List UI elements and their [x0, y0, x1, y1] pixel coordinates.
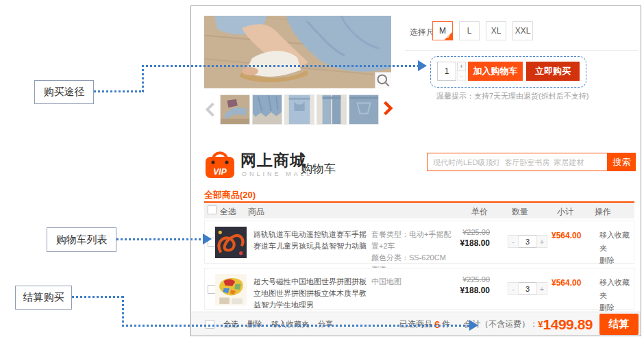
thumbnail-strip [220, 95, 379, 125]
thumbnail-2[interactable] [252, 95, 282, 125]
delete-link[interactable]: 删除 [599, 254, 634, 267]
size-option-xxl[interactable]: XXL [512, 21, 533, 40]
annotation-purchase-path: 购买途径 [34, 80, 94, 104]
cart-footer-bar: 全选 删除 移入收藏夹 分享 已选商品 6 件 合计（不含运费）： ¥ 1499… [191, 312, 641, 336]
col-unit-price: 单价 [471, 206, 488, 218]
divider [405, 50, 638, 51]
item-price: ¥225.00 ¥188.00 [446, 275, 490, 295]
buy-now-button[interactable]: 立即购买 [526, 62, 580, 81]
item-title[interactable]: 超大号磁性中国地图世界拼图拼板立地图世界拼图拼板立体木质早教益智力学生地理男 [253, 276, 369, 311]
cart-row-track-toy: 路轨轨道车电动遥控轨道赛车手摇赛道车儿童男孩玩具益智智力动脑 套餐类型：电动+手… [204, 221, 634, 264]
dotted-line [94, 90, 144, 92]
product-main-image [204, 16, 391, 88]
search-button[interactable]: 搜索 [608, 153, 636, 171]
chevron-left-icon[interactable] [205, 102, 216, 117]
current-price: ¥188.00 [446, 238, 490, 248]
row-quantity-stepper: - + [508, 235, 547, 248]
vip-bag-logo-icon: VIP [204, 147, 236, 179]
item-price: ¥225.00 ¥188.00 [446, 228, 490, 248]
cart-rows: 路轨轨道车电动遥控轨道赛车手摇赛道车儿童男孩玩具益智智力动脑 套餐类型：电动+手… [204, 221, 634, 314]
decrease-button[interactable]: - [508, 235, 519, 248]
row-quantity-input[interactable] [519, 235, 536, 248]
size-option-xl[interactable]: XL [486, 21, 506, 40]
shop-panel: 选择尺码: M ✓ L XL XXL + - 加入购物车 立即购买 温馨提示：支… [190, 5, 641, 336]
current-price: ¥188.00 [446, 286, 490, 295]
col-select-all: 全选 [220, 206, 236, 218]
total-amount: 1499.89 [543, 316, 593, 333]
dotted-line [122, 325, 470, 327]
item-subtotal: ¥564.00 [552, 278, 581, 288]
thumbnail-5[interactable] [349, 95, 379, 125]
thumbnail-3[interactable] [284, 95, 314, 125]
cart-row-china-map: 超大号磁性中国地图世界拼图拼板立地图世界拼图拼板立体木质早教益智力学生地理男 中… [204, 268, 634, 310]
mall-title: 网上商城 [240, 150, 306, 171]
vip-text: VIP [213, 167, 227, 177]
thumbnail-4[interactable] [317, 95, 347, 125]
selected-corner-icon: ✓ [444, 32, 453, 40]
size-option-m[interactable]: M ✓ [432, 21, 453, 40]
quantity-increase-button[interactable]: + [457, 62, 466, 71]
arrow-head-icon [469, 320, 478, 331]
dotted-line [142, 65, 419, 67]
annotation-checkout: 结算购买 [15, 286, 72, 310]
dotted-line [72, 296, 124, 298]
item-actions: 移入收藏夹 删除 [599, 276, 634, 314]
size-options: M ✓ L XL XXL [432, 21, 533, 40]
original-price: ¥225.00 [446, 228, 490, 236]
item-actions: 移入收藏夹 删除 [599, 229, 634, 267]
arrow-head-icon [418, 60, 427, 71]
quantity-decrease-button[interactable]: - [457, 71, 466, 81]
dotted-line [142, 65, 144, 92]
arrow-head-icon [203, 234, 212, 244]
col-action: 操作 [595, 206, 611, 218]
sandal-photo [204, 16, 391, 88]
thumbnail-1[interactable] [220, 95, 250, 125]
chevron-right-icon[interactable] [382, 101, 393, 116]
move-to-favorites-link[interactable]: 移入收藏夹 [599, 276, 634, 301]
search-input[interactable] [427, 153, 608, 171]
dotted-line [122, 296, 124, 327]
item-title[interactable]: 路轨轨道车电动遥控轨道赛车手摇赛道车儿童男孩玩具益智智力动脑 [253, 229, 369, 252]
item-image-china-map[interactable] [215, 274, 247, 305]
col-quantity: 数量 [512, 206, 528, 218]
item-image-track-toy[interactable] [215, 227, 247, 258]
cart-table-header: 全选 商品 单价 数量 小计 操作 [204, 203, 634, 218]
item-subtotal: ¥564.00 [552, 231, 581, 240]
move-to-favorites-link[interactable]: 移入收藏夹 [599, 229, 634, 254]
annotation-cart-list: 购物车列表 [47, 227, 116, 252]
quantity-stepper: + - [457, 62, 466, 81]
increase-button[interactable]: + [536, 282, 547, 295]
item-spec: 中国地图 [371, 276, 452, 288]
dotted-line [116, 238, 203, 240]
col-product: 商品 [248, 206, 264, 218]
page-title-cart: 购物车 [301, 161, 336, 177]
add-to-cart-button[interactable]: 加入购物车 [468, 62, 523, 81]
return-policy-tip: 温馨提示：支持7天无理由退货(拆封后不支持) [436, 91, 589, 101]
checkout-button[interactable]: 结算 [599, 314, 639, 335]
cart-section-title: 全部商品(20) [204, 189, 256, 201]
size-option-l[interactable]: L [459, 21, 480, 40]
tutorial-screenshot: 选择尺码: M ✓ L XL XXL + - 加入购物车 立即购买 温馨提示：支… [0, 0, 644, 339]
select-all-checkbox[interactable] [208, 205, 216, 214]
currency-symbol: ¥ [538, 319, 543, 329]
magnifier-icon[interactable] [375, 72, 391, 88]
decrease-button[interactable]: - [508, 282, 519, 295]
row-quantity-stepper: - + [508, 282, 547, 295]
col-subtotal: 小计 [557, 206, 573, 218]
row-quantity-input[interactable] [519, 282, 536, 295]
original-price: ¥225.00 [446, 275, 490, 284]
quantity-input[interactable] [437, 62, 456, 81]
increase-button[interactable]: + [536, 235, 547, 248]
